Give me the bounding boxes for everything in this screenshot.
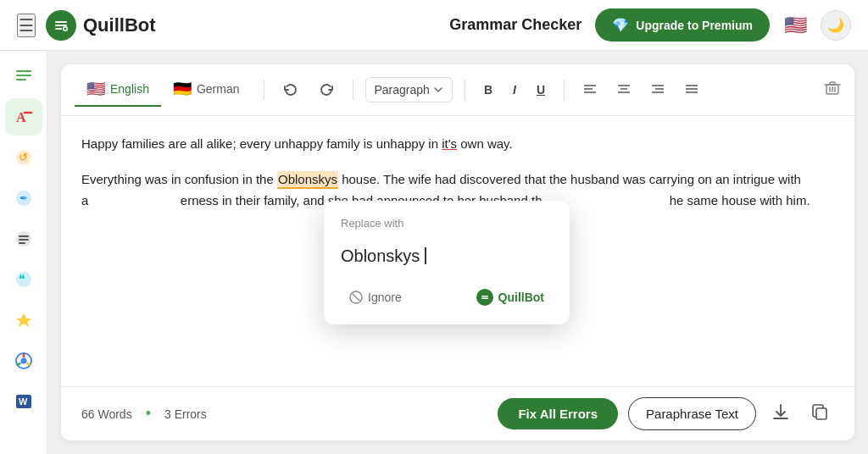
style-select[interactable]: Paragraph <box>365 77 453 102</box>
sidebar-item-summarizer[interactable] <box>5 58 42 95</box>
main-layout: A ↺ ✒ ❝ W 🇺🇸 <box>0 51 868 454</box>
moon-icon: 🌙 <box>827 17 844 33</box>
download-button[interactable] <box>766 397 795 430</box>
svg-rect-49 <box>480 292 490 302</box>
suggestion-text[interactable]: Oblonskys <box>341 241 420 270</box>
navbar-left: ☰ QuillBot <box>17 10 436 41</box>
logo-text: QuillBot <box>83 14 156 36</box>
page-title: Grammar Checker <box>449 16 581 34</box>
editor-panel: 🇺🇸 English 🇩🇪 German Pa <box>61 64 854 440</box>
text-content[interactable]: Happy families are all alike; every unha… <box>61 116 854 386</box>
svg-rect-7 <box>16 75 31 76</box>
sidebar-item-paraphrase[interactable]: ↺ <box>5 139 42 176</box>
bold-button[interactable]: B <box>477 78 499 102</box>
sidebar-item-premium[interactable] <box>5 302 42 339</box>
quillbot-label: QuillBot <box>498 291 544 304</box>
sidebar-item-quotes[interactable]: ❝ <box>5 261 42 298</box>
german-label: German <box>197 82 240 96</box>
text-cursor <box>425 247 426 264</box>
svg-rect-16 <box>19 235 29 237</box>
italic-button[interactable]: I <box>506 78 523 102</box>
align-center-button[interactable] <box>610 77 637 103</box>
ignore-label: Ignore <box>368 291 402 304</box>
align-right-button[interactable] <box>644 77 671 103</box>
divider-1 <box>264 80 264 100</box>
divider-2 <box>353 80 353 100</box>
svg-rect-18 <box>19 242 25 244</box>
language-tabs: 🇺🇸 English 🇩🇪 German <box>75 73 252 107</box>
navbar: ☰ QuillBot Grammar Checker 💎 Upgrade to … <box>0 0 868 51</box>
svg-rect-51 <box>481 298 488 300</box>
popup-actions: Ignore QuillBot <box>341 284 553 311</box>
paraphrase-button[interactable]: Paraphrase Text <box>628 397 756 430</box>
align-left-button[interactable] <box>576 77 604 103</box>
popup-suggestion: Oblonskys <box>341 241 553 270</box>
language-flag-button[interactable]: 🇺🇸 <box>780 10 810 41</box>
svg-text:W: W <box>19 396 28 407</box>
undo-button[interactable] <box>276 77 305 102</box>
underline-button[interactable]: U <box>530 78 552 102</box>
popup-label: Replace with <box>341 214 553 233</box>
sidebar-item-word[interactable]: W <box>5 383 42 420</box>
svg-line-26 <box>17 363 21 366</box>
divider-3 <box>465 80 465 100</box>
logo: QuillBot <box>46 10 156 41</box>
svg-marker-21 <box>16 313 31 327</box>
svg-rect-2 <box>55 25 67 26</box>
suggestion-popup: Replace with Oblonskys Ignore <box>324 201 570 324</box>
svg-text:❝: ❝ <box>19 272 25 285</box>
error-its[interactable]: it's <box>442 136 457 151</box>
german-flag-icon: 🇩🇪 <box>173 80 192 98</box>
svg-point-5 <box>64 27 67 30</box>
diamond-icon: 💎 <box>612 17 629 33</box>
toolbar: 🇺🇸 English 🇩🇪 German Pa <box>61 64 854 116</box>
tab-english[interactable]: 🇺🇸 English <box>75 73 161 107</box>
quillbot-icon <box>476 289 493 306</box>
svg-rect-6 <box>16 70 31 72</box>
svg-text:↺: ↺ <box>19 151 28 163</box>
ignore-button[interactable]: Ignore <box>341 285 410 309</box>
error-count: 3 Errors <box>164 407 207 421</box>
separator-dot: • <box>146 405 151 423</box>
sidebar-item-grammar[interactable]: A <box>5 98 42 136</box>
svg-rect-53 <box>816 408 826 419</box>
sidebar-item-chrome[interactable] <box>5 342 42 379</box>
upgrade-button[interactable]: 💎 Upgrade to Premium <box>595 8 770 42</box>
word-count: 66 Words <box>81 407 132 421</box>
paragraph-1: Happy families are all alike; every unha… <box>81 133 834 155</box>
align-justify-button[interactable] <box>678 77 705 103</box>
svg-line-48 <box>353 294 359 301</box>
sidebar-item-flow[interactable] <box>5 220 42 257</box>
english-flag-icon: 🇺🇸 <box>86 80 105 98</box>
svg-rect-50 <box>481 296 488 297</box>
navbar-right: 💎 Upgrade to Premium 🇺🇸 🌙 <box>595 8 851 42</box>
fix-all-button[interactable]: Fix All Errors <box>498 398 618 429</box>
svg-rect-8 <box>16 79 26 80</box>
redo-button[interactable] <box>312 77 341 102</box>
logo-icon <box>46 10 76 41</box>
dark-mode-button[interactable]: 🌙 <box>821 10 851 41</box>
svg-rect-1 <box>55 21 67 23</box>
upgrade-label: Upgrade to Premium <box>636 19 753 32</box>
bottom-bar: 66 Words • 3 Errors Fix All Errors Parap… <box>61 386 854 440</box>
svg-rect-43 <box>830 82 835 85</box>
sidebar: A ↺ ✒ ❝ W <box>0 51 47 454</box>
svg-rect-17 <box>19 239 29 241</box>
copy-button[interactable] <box>805 397 834 430</box>
quillbot-fix-button[interactable]: QuillBot <box>468 284 553 311</box>
svg-point-23 <box>20 358 26 364</box>
error-oblonskys[interactable]: Oblonskys <box>277 171 338 189</box>
svg-text:✒: ✒ <box>19 192 28 204</box>
menu-button[interactable]: ☰ <box>17 14 36 37</box>
clear-button[interactable] <box>824 80 841 101</box>
english-label: English <box>110 82 149 96</box>
sidebar-item-citation[interactable]: ✒ <box>5 180 42 217</box>
svg-line-25 <box>26 363 31 366</box>
content-area: 🇺🇸 English 🇩🇪 German Pa <box>47 51 868 454</box>
svg-rect-3 <box>55 28 62 30</box>
style-label: Paragraph <box>375 83 430 97</box>
divider-4 <box>564 80 565 100</box>
tab-german[interactable]: 🇩🇪 German <box>161 73 252 107</box>
